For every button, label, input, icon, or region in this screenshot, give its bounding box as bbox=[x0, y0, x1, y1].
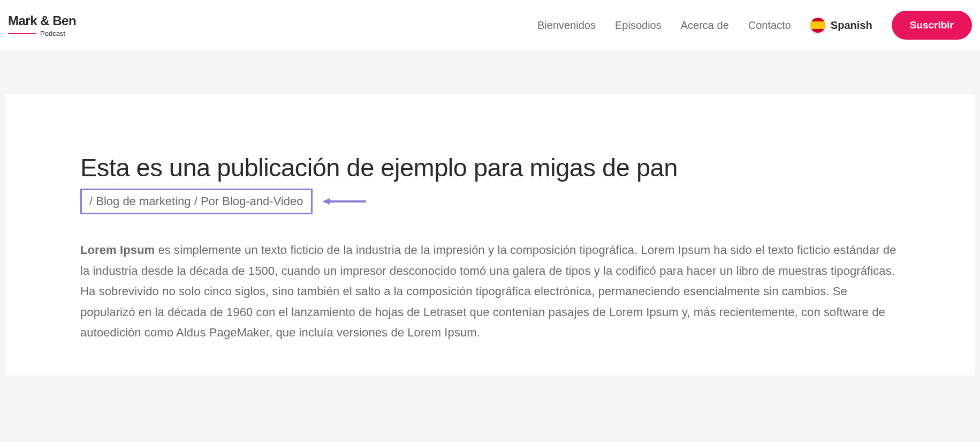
breadcrumb-sep: / Por bbox=[191, 194, 223, 208]
nav-link-contacto[interactable]: Contacto bbox=[748, 19, 791, 32]
content-wrapper: Esta es una publicación de ejemplo para … bbox=[0, 51, 980, 376]
svg-marker-1 bbox=[322, 198, 330, 205]
site-header: Mark & Ben Podcast Bienvenidos Episodios… bbox=[0, 0, 980, 51]
breadcrumb: / Blog de marketing / Por Blog-and-Video bbox=[80, 189, 313, 214]
logo-title: Mark & Ben bbox=[8, 13, 76, 28]
main-nav: Bienvenidos Episodios Acerca de Contacto… bbox=[537, 11, 972, 40]
subscribe-button[interactable]: Suscribir bbox=[892, 11, 972, 40]
breadcrumb-container: / Blog de marketing / Por Blog-and-Video bbox=[80, 189, 313, 214]
article-title: Esta es una publicación de ejemplo para … bbox=[80, 153, 900, 182]
site-logo[interactable]: Mark & Ben Podcast bbox=[8, 13, 76, 38]
article-card: Esta es una publicación de ejemplo para … bbox=[5, 94, 975, 376]
language-switcher[interactable]: Spanish bbox=[810, 18, 872, 33]
logo-underline bbox=[8, 33, 36, 34]
article-body: Lorem Ipsum es simplemente un texto fict… bbox=[80, 240, 900, 343]
article-body-text: es simplemente un texto ficticio de la i… bbox=[80, 243, 897, 339]
nav-link-acerca[interactable]: Acerca de bbox=[681, 19, 729, 32]
logo-subtitle-wrap: Podcast bbox=[8, 29, 76, 38]
language-label: Spanish bbox=[831, 19, 872, 32]
annotation-arrow-icon bbox=[322, 197, 366, 206]
breadcrumb-category-link[interactable]: Blog de marketing bbox=[96, 194, 191, 208]
nav-link-bienvenidos[interactable]: Bienvenidos bbox=[537, 19, 596, 32]
flag-spain-icon bbox=[810, 18, 825, 33]
nav-link-episodios[interactable]: Episodios bbox=[615, 19, 662, 32]
breadcrumb-sep: / bbox=[89, 194, 96, 208]
article-body-strong: Lorem Ipsum bbox=[80, 243, 155, 257]
breadcrumb-author-link[interactable]: Blog-and-Video bbox=[222, 194, 303, 208]
logo-subtitle: Podcast bbox=[40, 29, 65, 38]
